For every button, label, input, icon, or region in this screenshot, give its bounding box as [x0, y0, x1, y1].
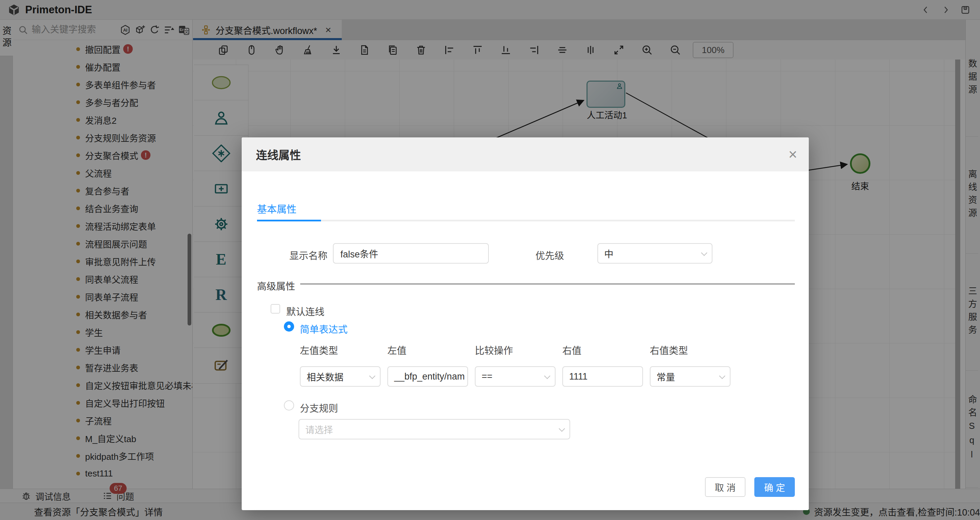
expression-field-label: 左值类型 [300, 343, 380, 357]
branch-rule-label: 分支规则 [300, 401, 338, 415]
advanced-section-label: 高级属性 [257, 279, 295, 292]
priority-label: 优先级 [535, 248, 564, 262]
expression-field-value: 1111 [569, 371, 587, 382]
expression-field-label: 左值 [387, 343, 468, 357]
default-line-label: 默认连线 [286, 304, 325, 318]
branch-rule-radio[interactable] [284, 400, 294, 411]
cancel-button[interactable]: 取 消 [705, 477, 746, 497]
priority-value: 中 [604, 247, 613, 260]
tab-basic-properties[interactable]: 基本属性 [257, 201, 296, 216]
simple-expression-radio[interactable] [284, 321, 294, 331]
expression-field-value: __bfp_entity/nam [394, 371, 465, 382]
expression-field: 左值类型 相关数据 [300, 343, 380, 387]
expression-field-label: 右值类型 [650, 343, 730, 357]
chevron-down-icon [369, 373, 375, 379]
priority-select[interactable]: 中 [597, 243, 713, 263]
simple-expression-label: 简单表达式 [300, 322, 348, 336]
expression-field: 左值 __bfp_entity/nam [387, 343, 468, 387]
chevron-down-icon [544, 373, 550, 379]
expression-field-control[interactable]: 常量 [650, 366, 730, 387]
expression-field: 右值类型 常量 [650, 343, 730, 387]
chevron-down-icon [558, 425, 565, 431]
display-name-input[interactable] [333, 243, 489, 263]
expression-field-value: 常量 [657, 370, 675, 383]
chevron-down-icon [701, 250, 707, 256]
expression-field-control[interactable]: == [475, 366, 555, 387]
default-line-checkbox[interactable] [270, 304, 280, 314]
tab-active-indicator [257, 220, 321, 221]
chevron-down-icon [719, 373, 725, 379]
branch-rule-placeholder: 请选择 [305, 423, 333, 436]
ok-button[interactable]: 确 定 [754, 477, 795, 497]
display-name-label: 显示名称 [290, 248, 328, 262]
expression-field: 右值 1111 [562, 343, 643, 387]
connection-properties-modal: 连线属性 × 基本属性 显示名称 优先级 中 高级属性 默认连线 简单表达式 左… [242, 137, 809, 510]
expression-fields-row: 左值类型 相关数据 左值 __bfp_entity/nam 比较操作 == [300, 343, 730, 387]
expression-field: 比较操作 == [475, 343, 555, 387]
expression-field-value: 相关数据 [307, 370, 344, 383]
expression-field-control[interactable]: __bfp_entity/nam [387, 366, 468, 387]
expression-field-control[interactable]: 相关数据 [300, 366, 380, 387]
branch-rule-select[interactable]: 请选择 [299, 419, 570, 439]
advanced-section-divider [300, 284, 795, 284]
expression-field-value: == [482, 371, 493, 382]
expression-field-label: 比较操作 [475, 343, 555, 357]
expression-field-label: 右值 [562, 343, 643, 357]
modal-title: 连线属性 [256, 146, 301, 163]
modal-header: 连线属性 × [242, 137, 809, 171]
tab-rule-line [257, 220, 795, 221]
modal-close-icon[interactable]: × [788, 147, 797, 162]
expression-field-control[interactable]: 1111 [562, 366, 643, 387]
